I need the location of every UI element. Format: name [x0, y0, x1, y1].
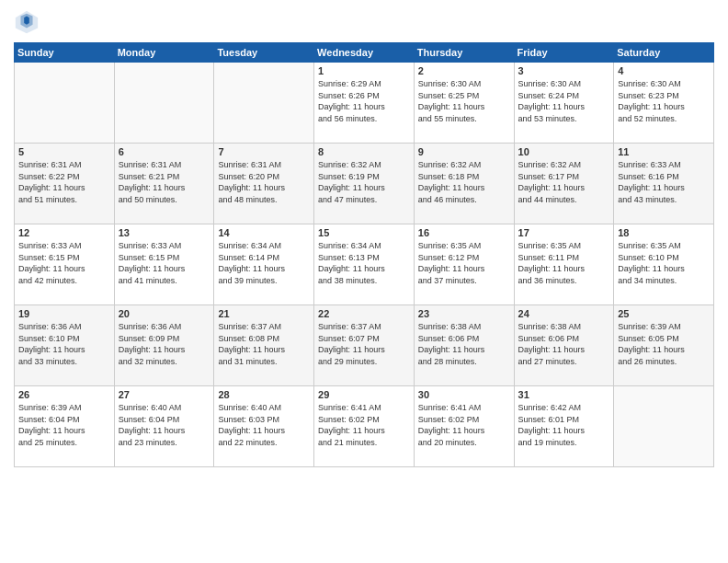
day-number: 3: [518, 65, 610, 76]
day-cell: 10Sunrise: 6:32 AM Sunset: 6:17 PM Dayli…: [514, 144, 614, 224]
day-cell: [114, 63, 214, 144]
day-number: 5: [18, 146, 110, 157]
day-info: Sunrise: 6:40 AM Sunset: 6:04 PM Dayligh…: [119, 402, 210, 448]
day-number: 22: [318, 308, 410, 319]
day-number: 14: [218, 227, 310, 238]
day-info: Sunrise: 6:34 AM Sunset: 6:13 PM Dayligh…: [318, 240, 410, 286]
day-number: 6: [119, 146, 210, 157]
day-cell: 11Sunrise: 6:33 AM Sunset: 6:16 PM Dayli…: [614, 144, 714, 224]
day-cell: 12Sunrise: 6:33 AM Sunset: 6:15 PM Dayli…: [15, 224, 115, 305]
header-wednesday: Wednesday: [314, 43, 415, 63]
day-cell: 14Sunrise: 6:34 AM Sunset: 6:14 PM Dayli…: [214, 224, 314, 305]
day-number: 23: [418, 308, 510, 319]
day-info: Sunrise: 6:39 AM Sunset: 6:04 PM Dayligh…: [18, 402, 110, 448]
day-cell: 24Sunrise: 6:38 AM Sunset: 6:06 PM Dayli…: [514, 305, 614, 386]
day-info: Sunrise: 6:35 AM Sunset: 6:12 PM Dayligh…: [418, 240, 510, 286]
header-friday: Friday: [514, 43, 614, 63]
day-cell: 1Sunrise: 6:29 AM Sunset: 6:26 PM Daylig…: [314, 63, 415, 144]
week-row-0: 1Sunrise: 6:29 AM Sunset: 6:26 PM Daylig…: [15, 63, 714, 144]
header-tuesday: Tuesday: [214, 43, 314, 63]
day-info: Sunrise: 6:36 AM Sunset: 6:09 PM Dayligh…: [119, 321, 210, 367]
day-cell: 27Sunrise: 6:40 AM Sunset: 6:04 PM Dayli…: [114, 386, 214, 467]
day-info: Sunrise: 6:29 AM Sunset: 6:26 PM Dayligh…: [318, 78, 410, 124]
day-info: Sunrise: 6:32 AM Sunset: 6:18 PM Dayligh…: [418, 159, 510, 205]
day-info: Sunrise: 6:42 AM Sunset: 6:01 PM Dayligh…: [518, 402, 610, 448]
day-info: Sunrise: 6:34 AM Sunset: 6:14 PM Dayligh…: [218, 240, 310, 286]
day-info: Sunrise: 6:31 AM Sunset: 6:20 PM Dayligh…: [218, 159, 310, 205]
day-info: Sunrise: 6:38 AM Sunset: 6:06 PM Dayligh…: [518, 321, 610, 367]
day-number: 27: [119, 389, 210, 400]
day-number: 9: [418, 146, 510, 157]
day-number: 29: [318, 389, 410, 400]
day-cell: 25Sunrise: 6:39 AM Sunset: 6:05 PM Dayli…: [614, 305, 714, 386]
day-number: 12: [18, 227, 110, 238]
day-cell: 16Sunrise: 6:35 AM Sunset: 6:12 PM Dayli…: [414, 224, 514, 305]
logo: [14, 9, 43, 35]
calendar-page: SundayMondayTuesdayWednesdayThursdayFrid…: [0, 0, 728, 563]
day-number: 17: [518, 227, 610, 238]
header-monday: Monday: [114, 43, 214, 63]
day-info: Sunrise: 6:37 AM Sunset: 6:08 PM Dayligh…: [218, 321, 310, 367]
day-info: Sunrise: 6:33 AM Sunset: 6:15 PM Dayligh…: [119, 240, 210, 286]
day-info: Sunrise: 6:35 AM Sunset: 6:10 PM Dayligh…: [618, 240, 710, 286]
day-info: Sunrise: 6:41 AM Sunset: 6:02 PM Dayligh…: [418, 402, 510, 448]
day-cell: 19Sunrise: 6:36 AM Sunset: 6:10 PM Dayli…: [15, 305, 115, 386]
day-number: 4: [618, 65, 710, 76]
week-row-3: 19Sunrise: 6:36 AM Sunset: 6:10 PM Dayli…: [15, 305, 714, 386]
day-cell: 30Sunrise: 6:41 AM Sunset: 6:02 PM Dayli…: [414, 386, 514, 467]
week-row-2: 12Sunrise: 6:33 AM Sunset: 6:15 PM Dayli…: [15, 224, 714, 305]
logo-icon: [14, 9, 40, 35]
day-info: Sunrise: 6:31 AM Sunset: 6:22 PM Dayligh…: [18, 159, 110, 205]
day-cell: 28Sunrise: 6:40 AM Sunset: 6:03 PM Dayli…: [214, 386, 314, 467]
day-number: 13: [119, 227, 210, 238]
day-number: 30: [418, 389, 510, 400]
day-info: Sunrise: 6:38 AM Sunset: 6:06 PM Dayligh…: [418, 321, 510, 367]
day-cell: 8Sunrise: 6:32 AM Sunset: 6:19 PM Daylig…: [314, 144, 415, 224]
header-row: SundayMondayTuesdayWednesdayThursdayFrid…: [15, 43, 714, 63]
day-cell: 2Sunrise: 6:30 AM Sunset: 6:25 PM Daylig…: [414, 63, 514, 144]
header-thursday: Thursday: [414, 43, 514, 63]
day-info: Sunrise: 6:33 AM Sunset: 6:15 PM Dayligh…: [18, 240, 110, 286]
day-info: Sunrise: 6:36 AM Sunset: 6:10 PM Dayligh…: [18, 321, 110, 367]
day-cell: 4Sunrise: 6:30 AM Sunset: 6:23 PM Daylig…: [614, 63, 714, 144]
header: [14, 9, 714, 35]
day-number: 21: [218, 308, 310, 319]
day-info: Sunrise: 6:41 AM Sunset: 6:02 PM Dayligh…: [318, 402, 410, 448]
calendar-table: SundayMondayTuesdayWednesdayThursdayFrid…: [14, 42, 714, 467]
day-number: 15: [318, 227, 410, 238]
day-info: Sunrise: 6:30 AM Sunset: 6:25 PM Dayligh…: [418, 78, 510, 124]
day-info: Sunrise: 6:30 AM Sunset: 6:24 PM Dayligh…: [518, 78, 610, 124]
day-number: 7: [218, 146, 310, 157]
day-cell: 13Sunrise: 6:33 AM Sunset: 6:15 PM Dayli…: [114, 224, 214, 305]
day-info: Sunrise: 6:37 AM Sunset: 6:07 PM Dayligh…: [318, 321, 410, 367]
day-cell: 3Sunrise: 6:30 AM Sunset: 6:24 PM Daylig…: [514, 63, 614, 144]
day-cell: 7Sunrise: 6:31 AM Sunset: 6:20 PM Daylig…: [214, 144, 314, 224]
day-cell: 20Sunrise: 6:36 AM Sunset: 6:09 PM Dayli…: [114, 305, 214, 386]
day-number: 28: [218, 389, 310, 400]
day-number: 16: [418, 227, 510, 238]
day-cell: [614, 386, 714, 467]
day-info: Sunrise: 6:32 AM Sunset: 6:17 PM Dayligh…: [518, 159, 610, 205]
day-info: Sunrise: 6:31 AM Sunset: 6:21 PM Dayligh…: [119, 159, 210, 205]
day-number: 31: [518, 389, 610, 400]
day-cell: 18Sunrise: 6:35 AM Sunset: 6:10 PM Dayli…: [614, 224, 714, 305]
week-row-4: 26Sunrise: 6:39 AM Sunset: 6:04 PM Dayli…: [15, 386, 714, 467]
day-cell: 17Sunrise: 6:35 AM Sunset: 6:11 PM Dayli…: [514, 224, 614, 305]
day-cell: 22Sunrise: 6:37 AM Sunset: 6:07 PM Dayli…: [314, 305, 415, 386]
day-info: Sunrise: 6:35 AM Sunset: 6:11 PM Dayligh…: [518, 240, 610, 286]
day-number: 1: [318, 65, 410, 76]
day-cell: 15Sunrise: 6:34 AM Sunset: 6:13 PM Dayli…: [314, 224, 415, 305]
day-info: Sunrise: 6:32 AM Sunset: 6:19 PM Dayligh…: [318, 159, 410, 205]
day-number: 8: [318, 146, 410, 157]
day-number: 2: [418, 65, 510, 76]
day-number: 10: [518, 146, 610, 157]
day-number: 18: [618, 227, 710, 238]
day-number: 20: [119, 308, 210, 319]
day-info: Sunrise: 6:39 AM Sunset: 6:05 PM Dayligh…: [618, 321, 710, 367]
day-cell: 29Sunrise: 6:41 AM Sunset: 6:02 PM Dayli…: [314, 386, 415, 467]
week-row-1: 5Sunrise: 6:31 AM Sunset: 6:22 PM Daylig…: [15, 144, 714, 224]
day-info: Sunrise: 6:33 AM Sunset: 6:16 PM Dayligh…: [618, 159, 710, 205]
day-cell: [15, 63, 115, 144]
day-number: 26: [18, 389, 110, 400]
day-cell: 21Sunrise: 6:37 AM Sunset: 6:08 PM Dayli…: [214, 305, 314, 386]
